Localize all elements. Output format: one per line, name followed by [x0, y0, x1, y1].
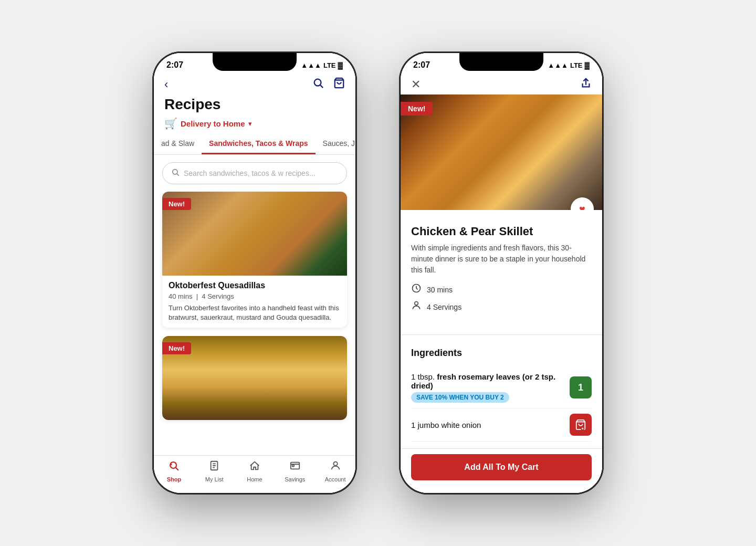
- cart-icon[interactable]: [333, 77, 345, 92]
- detail-scroll: New! ♥ Chicken & Pear Skillet With simpl…: [401, 94, 602, 493]
- nav-icons: [312, 77, 345, 92]
- shop-icon: [168, 460, 180, 475]
- recipe-image-2: New!: [162, 336, 347, 420]
- ingredient-row-1: 1 tbsp. fresh rosemary leaves (or 2 tsp.…: [411, 367, 592, 408]
- add-to-cart-button[interactable]: Add All To My Cart: [411, 454, 592, 480]
- hero-new-badge: New!: [401, 102, 433, 116]
- share-button[interactable]: [580, 77, 592, 91]
- search-placeholder: Search sandwiches, tacos & w recipes...: [184, 169, 316, 177]
- delivery-icon: 🛒: [164, 117, 177, 130]
- close-button[interactable]: ✕: [411, 78, 421, 91]
- recipe-detail-title: Chicken & Pear Skillet: [411, 225, 592, 238]
- svg-point-13: [292, 465, 294, 467]
- back-button[interactable]: ‹: [164, 78, 168, 91]
- signal-icon-2: ▲▲▲: [548, 61, 568, 69]
- account-label: Account: [325, 476, 346, 482]
- phone-2: 2:07 ▲▲▲ LTE ▓ ✕: [399, 51, 604, 495]
- ingredient-text-2: 1 jumbo white onion: [411, 421, 570, 429]
- battery-icon-1: ▓: [338, 61, 343, 69]
- phone-1: 2:07 ▲▲▲ LTE ▓ ‹: [152, 51, 357, 495]
- status-time-2: 2:07: [413, 60, 430, 70]
- search-icon-sm: [171, 168, 180, 178]
- time-stat: 30 mins: [411, 283, 592, 296]
- svg-point-3: [173, 170, 177, 174]
- detail-header: ✕: [401, 73, 602, 94]
- battery-icon-2: ▓: [585, 61, 590, 69]
- svg-point-0: [314, 79, 321, 86]
- svg-rect-7: [171, 464, 172, 465]
- ingredient-qty-1: 1 tbsp.: [411, 372, 437, 381]
- nav-savings[interactable]: Savings: [275, 460, 315, 482]
- ingredient-name-2: jumbo white onion: [418, 421, 481, 429]
- ingredient-text-1: 1 tbsp. fresh rosemary leaves (or 2 tsp.…: [411, 372, 570, 390]
- status-icons-1: ▲▲▲ LTE ▓: [301, 61, 343, 69]
- delivery-row[interactable]: 🛒 Delivery to Home ▾: [154, 116, 355, 134]
- nav-mylist[interactable]: My List: [194, 460, 235, 482]
- shop-label: Shop: [167, 476, 182, 482]
- mylist-label: My List: [205, 476, 224, 482]
- clock-icon: [411, 283, 422, 296]
- home-icon: [249, 460, 260, 475]
- recipe-detail-content: Chicken & Pear Skillet With simple ingre…: [401, 210, 602, 330]
- nav-account[interactable]: Account: [315, 460, 355, 482]
- ingredients-title: Ingredients: [411, 348, 592, 359]
- tab-sandwiches[interactable]: Sandwiches, Tacos & Wraps: [202, 134, 316, 154]
- svg-line-4: [177, 174, 179, 176]
- favorite-button[interactable]: ♥: [571, 197, 594, 210]
- recipe-card-2[interactable]: New!: [162, 336, 347, 420]
- servings-value: 4 Servings: [427, 303, 461, 311]
- recipes-scroll: New! Oktoberfest Quesadillas 40 mins | 4…: [154, 192, 355, 455]
- divider-1: [401, 334, 602, 335]
- status-time-1: 2:07: [166, 60, 183, 70]
- account-icon: [330, 460, 341, 475]
- person-icon: [411, 300, 422, 313]
- ingredient-text-wrap-1: 1 tbsp. fresh rosemary leaves (or 2 tsp.…: [411, 372, 570, 403]
- svg-point-5: [171, 462, 177, 468]
- recipe-meta-1: 40 mins | 4 Servings: [169, 292, 341, 300]
- nav-home[interactable]: Home: [235, 460, 275, 482]
- home-label: Home: [247, 476, 262, 482]
- svg-point-17: [415, 302, 418, 306]
- qty-value-1: 1: [578, 382, 583, 393]
- recipe-detail-desc: With simple ingredients and fresh flavor…: [411, 243, 592, 276]
- tab-sauces[interactable]: Sauces, J: [316, 134, 355, 154]
- add-to-cart-area: Add All To My Cart: [401, 448, 602, 493]
- new-badge-1: New!: [162, 198, 191, 210]
- notch-2: [459, 53, 543, 71]
- mylist-icon: [208, 460, 220, 475]
- svg-line-6: [176, 468, 178, 470]
- signal-icon-1: ▲▲▲: [301, 61, 321, 69]
- heart-icon: ♥: [579, 203, 585, 211]
- nav-shop[interactable]: Shop: [154, 460, 194, 482]
- nav-header-1: ‹: [154, 73, 355, 94]
- hero-image: New! ♥: [401, 94, 602, 210]
- carrier-label-1: LTE: [323, 61, 336, 69]
- svg-line-1: [320, 85, 323, 88]
- recipe-image-1: New!: [162, 192, 347, 276]
- status-icons-2: ▲▲▲ LTE ▓: [548, 61, 590, 69]
- recipe-stats: 30 mins 4 Servings: [411, 283, 592, 313]
- recipe-desc-1: Turn Oktoberfest favorites into a handhe…: [169, 303, 341, 322]
- save-badge-1: SAVE 10% WHEN YOU BUY 2: [411, 390, 570, 403]
- recipe-title-1: Oktoberfest Quesadillas: [169, 281, 341, 290]
- search-bar[interactable]: Search sandwiches, tacos & w recipes...: [162, 162, 347, 184]
- qty-button-1[interactable]: 1: [570, 376, 592, 398]
- tabs-row: ad & Slaw Sandwiches, Tacos & Wraps Sauc…: [154, 134, 355, 155]
- savings-icon: [289, 460, 301, 475]
- search-icon[interactable]: [312, 77, 324, 92]
- recipe-card-1[interactable]: New! Oktoberfest Quesadillas 40 mins | 4…: [162, 192, 347, 328]
- new-badge-2: New!: [162, 342, 191, 354]
- servings-stat: 4 Servings: [411, 300, 592, 313]
- cart-button-2[interactable]: [570, 414, 592, 436]
- bottom-nav-1: Shop My List: [154, 455, 355, 493]
- chevron-down-icon: ▾: [248, 120, 252, 128]
- time-value: 30 mins: [427, 286, 453, 294]
- delivery-text: Delivery to Home: [181, 119, 245, 128]
- tab-bread-slaw[interactable]: ad & Slaw: [154, 134, 202, 154]
- page-title: Recipes: [154, 94, 355, 116]
- notch: [213, 53, 297, 71]
- svg-point-15: [333, 462, 337, 466]
- ingredient-qty-2: 1: [411, 421, 418, 429]
- savings-label: Savings: [285, 476, 305, 482]
- carrier-label-2: LTE: [570, 61, 583, 69]
